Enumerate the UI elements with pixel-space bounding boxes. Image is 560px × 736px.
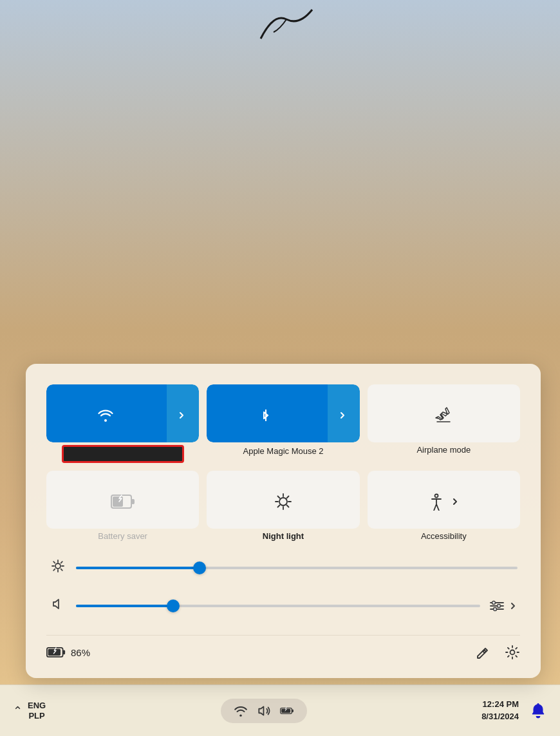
- pencil-icon[interactable]: [475, 645, 489, 659]
- taskbar-language[interactable]: ENG PLP: [28, 701, 46, 721]
- accessibility-label: Accessibility: [421, 531, 467, 541]
- svg-point-26: [492, 601, 496, 604]
- svg-point-32: [510, 650, 515, 655]
- bluetooth-split-tile: [207, 384, 359, 442]
- bluetooth-expand-button[interactable]: [328, 384, 360, 442]
- svg-line-22: [53, 569, 55, 571]
- battery-percent: 86%: [71, 647, 90, 658]
- svg-point-4: [279, 498, 287, 505]
- bluetooth-label: Apple Magic Mouse 2: [243, 446, 323, 456]
- gear-icon[interactable]: [505, 645, 520, 660]
- volume-expand-chevron[interactable]: [509, 601, 518, 610]
- svg-rect-3: [131, 499, 135, 504]
- taskbar-wifi-icon: [234, 704, 248, 718]
- svg-line-10: [286, 505, 288, 507]
- svg-line-20: [61, 569, 62, 571]
- svg-point-13: [435, 495, 438, 498]
- sliders-section: [46, 559, 520, 614]
- wifi-toggle-button[interactable]: [46, 384, 167, 442]
- chevron-right-icon: [451, 497, 460, 506]
- quick-settings-panel: Apple Magic Mouse 2 Airplane mode: [26, 364, 541, 678]
- accessibility-toggle-button[interactable]: [368, 471, 520, 529]
- airplane-toggle-button[interactable]: [368, 384, 520, 442]
- taskbar-left: ⌃ ENG PLP: [13, 701, 46, 721]
- taskbar-date-value: 8/31/2024: [481, 711, 519, 722]
- volume-thumb[interactable]: [167, 599, 180, 612]
- airplane-label: Airplane mode: [416, 445, 471, 455]
- battery-charging-icon: [46, 645, 66, 659]
- bluetooth-icon: [257, 407, 274, 424]
- taskbar: ⌃ ENG PLP 12:24 PM 8/31/2024: [0, 684, 560, 736]
- accessibility-icon: [427, 493, 445, 511]
- battery-saver-tile-wrapper: Battery saver: [46, 471, 199, 541]
- volume-settings-icon[interactable]: [489, 599, 505, 612]
- brightness-track[interactable]: [76, 567, 518, 569]
- svg-line-12: [277, 505, 279, 507]
- battery-saver-label: Battery saver: [98, 531, 147, 541]
- taskbar-battery-icon: [280, 704, 294, 718]
- battery-saver-icon: [111, 493, 135, 510]
- bird-decoration: [241, 0, 319, 52]
- taskbar-right: 12:24 PM 8/31/2024: [481, 699, 547, 722]
- wifi-split-tile: [46, 384, 199, 442]
- wifi-name-redacted: [62, 445, 184, 463]
- svg-rect-30: [63, 650, 66, 654]
- svg-line-11: [286, 496, 288, 498]
- battery-info: 86%: [46, 645, 90, 659]
- svg-point-27: [498, 604, 501, 607]
- night-light-tile-wrapper: Night light: [207, 471, 359, 541]
- taskbar-volume-icon: [257, 704, 271, 718]
- taskbar-datetime[interactable]: 12:24 PM 8/31/2024: [481, 699, 519, 722]
- svg-line-19: [53, 561, 55, 563]
- airplane-tile-wrapper: Airplane mode: [368, 384, 520, 463]
- accessibility-tile-wrapper: Accessibility: [368, 471, 520, 541]
- airplane-icon: [433, 405, 454, 426]
- wifi-expand-button[interactable]: [167, 384, 199, 442]
- brightness-slider-row: [49, 559, 518, 576]
- volume-settings-area: [489, 599, 518, 612]
- chevron-right-icon: [177, 411, 186, 420]
- quick-tiles-grid: Apple Magic Mouse 2 Airplane mode: [46, 384, 520, 541]
- brightness-thumb[interactable]: [193, 561, 206, 574]
- bluetooth-tile-wrapper: Apple Magic Mouse 2: [207, 384, 359, 463]
- wifi-tile-wrapper: [46, 384, 199, 463]
- taskbar-time-value: 12:24 PM: [481, 699, 519, 710]
- taskbar-bell-icon[interactable]: [529, 702, 547, 720]
- svg-line-21: [61, 561, 62, 563]
- taskbar-system-tray[interactable]: [221, 699, 307, 723]
- brightness-icon: [49, 559, 67, 576]
- night-light-toggle-button[interactable]: [207, 471, 359, 529]
- volume-track[interactable]: [76, 605, 480, 607]
- svg-point-14: [55, 563, 61, 569]
- svg-line-9: [277, 496, 279, 498]
- wifi-icon: [97, 406, 115, 424]
- taskbar-chevron-up[interactable]: ⌃: [13, 704, 23, 718]
- night-light-label: Night light: [263, 531, 304, 541]
- night-light-icon: [273, 491, 294, 512]
- svg-point-36: [537, 703, 539, 705]
- chevron-right-icon: [338, 411, 347, 420]
- volume-fill: [76, 605, 173, 607]
- bluetooth-toggle-button[interactable]: [207, 384, 327, 442]
- battery-saver-toggle-button[interactable]: [46, 471, 199, 529]
- footer-icons: [475, 645, 520, 660]
- volume-icon: [49, 597, 67, 614]
- brightness-fill: [76, 567, 200, 569]
- volume-slider-row: [49, 597, 518, 614]
- svg-point-28: [494, 607, 497, 610]
- svg-rect-34: [292, 709, 294, 712]
- panel-footer: 86%: [46, 635, 520, 660]
